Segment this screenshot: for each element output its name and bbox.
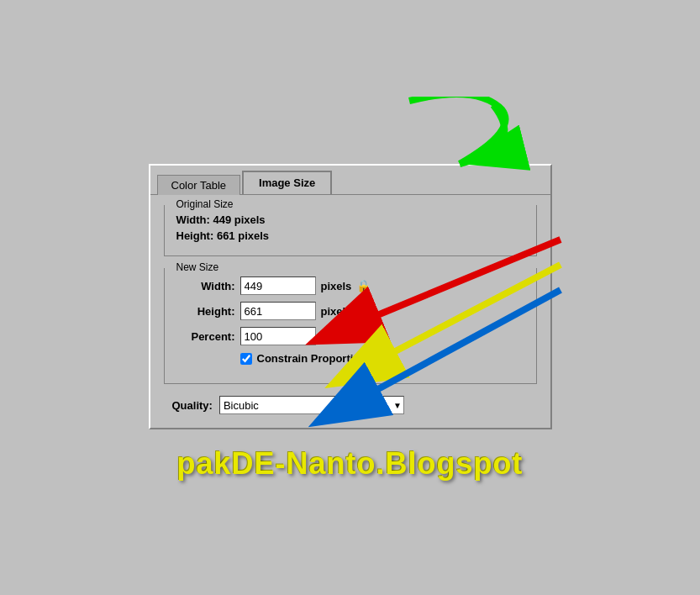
- percent-label: Percent:: [176, 330, 235, 343]
- constrain-checkbox[interactable]: [240, 353, 252, 365]
- panel-content: Original Size Width: 449 pixels Height: …: [150, 194, 550, 428]
- original-size-label: Original Size: [173, 198, 237, 210]
- dialog-panel: Color Table Image Size Original Size Wid…: [149, 164, 552, 429]
- height-row: Height: pixels: [176, 302, 524, 320]
- bottom-text: pakDE-Nanto.Blogspot: [177, 446, 524, 482]
- original-width-label: Width:: [176, 213, 210, 226]
- original-height-value: 661 pixels: [217, 229, 269, 242]
- percent-row: Percent:: [176, 327, 524, 345]
- original-height-row: Height: 661 pixels: [176, 229, 524, 242]
- lock-icon: 🔒: [356, 279, 371, 292]
- constrain-label: Constrain Proportions: [257, 352, 373, 365]
- width-input[interactable]: [240, 276, 316, 295]
- width-row: Width: pixels 🔒: [176, 276, 524, 295]
- quality-select[interactable]: Bicubic Bilinear Nearest Neighbor: [219, 396, 404, 414]
- original-height-label: Height:: [176, 229, 214, 242]
- tab-color-table[interactable]: Color Table: [157, 175, 241, 195]
- quality-label: Quality:: [172, 399, 213, 412]
- original-size-group: Original Size Width: 449 pixels Height: …: [164, 205, 537, 256]
- width-label: Width:: [176, 280, 235, 292]
- height-input[interactable]: [240, 302, 316, 320]
- percent-input[interactable]: [240, 327, 316, 345]
- constrain-row: Constrain Proportions: [240, 352, 524, 365]
- width-unit: pixels: [321, 280, 352, 292]
- height-label: Height:: [176, 305, 235, 318]
- tabs-row: Color Table Image Size: [150, 166, 550, 194]
- height-unit: pixels: [321, 305, 352, 318]
- quality-row: Quality: Bicubic Bilinear Nearest Neighb…: [172, 396, 537, 414]
- new-size-group: New Size Width: pixels 🔒 Height: pixels …: [164, 268, 537, 384]
- new-size-label: New Size: [173, 261, 223, 273]
- original-width-value: 449 pixels: [213, 213, 265, 226]
- main-container: Color Table Image Size Original Size Wid…: [149, 113, 552, 482]
- original-width-row: Width: 449 pixels: [176, 213, 524, 226]
- tab-image-size[interactable]: Image Size: [242, 171, 332, 194]
- quality-select-wrapper: Bicubic Bilinear Nearest Neighbor: [219, 396, 404, 414]
